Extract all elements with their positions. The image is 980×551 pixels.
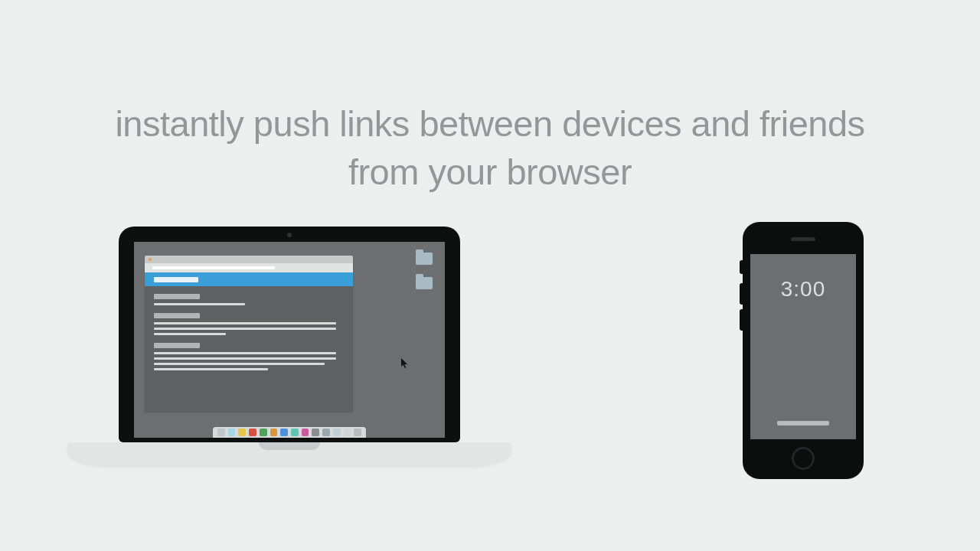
headline-line1: instantly push links between devices and… [115, 103, 864, 144]
slide-to-unlock-icon [777, 421, 829, 425]
phone-screen: 3:00 [750, 254, 856, 439]
folder-icon [416, 277, 433, 289]
phone-speaker-icon [791, 237, 815, 241]
headline-line2: from your browser [348, 152, 632, 192]
dock-app-icon [322, 429, 330, 436]
dock-app-icon [217, 429, 225, 436]
home-button-icon [792, 447, 815, 470]
folder-icon [416, 253, 433, 265]
phone-volume-down-icon [740, 309, 743, 331]
dock-app-icon [312, 429, 319, 436]
laptop-screen [134, 242, 445, 438]
browser-tab-bar [145, 256, 353, 263]
address-text-placeholder [152, 266, 275, 269]
dock-app-icon [280, 429, 288, 436]
dock-app-icon [333, 429, 341, 436]
page-content [145, 286, 353, 383]
browser-window [145, 256, 353, 412]
phone-volume-up-icon [740, 283, 743, 305]
phone-mute-switch-icon [740, 260, 743, 274]
selected-link-row [145, 272, 353, 286]
cursor-icon [401, 358, 409, 369]
dock-app-icon [260, 429, 267, 436]
dock-app-icon [344, 429, 351, 436]
dock-app-icon [238, 429, 246, 436]
dock-app-icon [354, 429, 361, 436]
dock-app-icon [249, 429, 256, 436]
headline: instantly push links between devices and… [0, 99, 980, 197]
traffic-light-icon [149, 258, 152, 261]
result-block [154, 343, 344, 370]
result-block [154, 313, 344, 335]
selected-link-text [154, 277, 198, 282]
laptop-camera-icon [287, 233, 292, 237]
dock-app-icon [302, 429, 309, 436]
dock [213, 427, 366, 438]
dock-app-icon [291, 429, 299, 436]
laptop-trackpad-notch [259, 442, 320, 450]
result-block [154, 294, 344, 305]
dock-app-icon [228, 429, 236, 436]
phone-lock-time: 3:00 [750, 277, 856, 302]
phone-device: 3:00 [743, 222, 864, 479]
laptop-device [119, 227, 460, 442]
dock-app-icon [270, 429, 278, 436]
browser-address-bar [145, 263, 353, 272]
laptop-base [67, 442, 511, 465]
